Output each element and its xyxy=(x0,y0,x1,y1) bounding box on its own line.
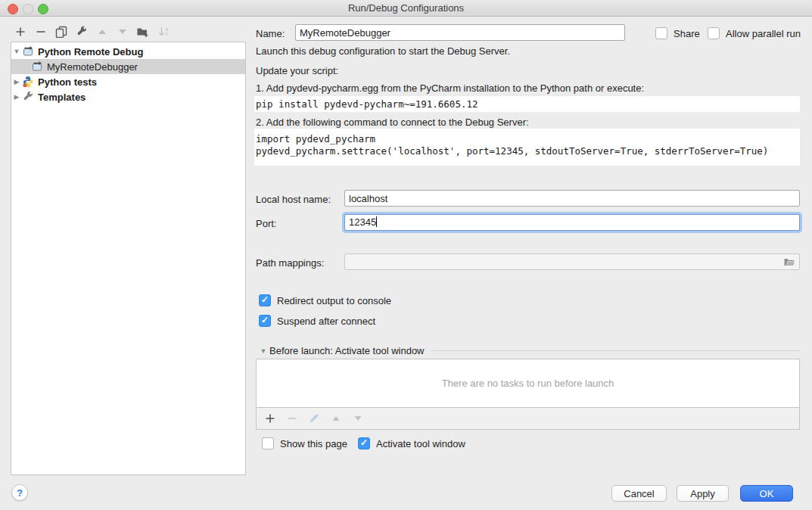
before-launch-section-header: ▼ Before launch: Activate tool window xyxy=(259,345,800,356)
suspend-after-connect-option[interactable]: Suspend after connect xyxy=(259,315,375,327)
minus-icon xyxy=(287,413,297,424)
allow-parallel-run-checkbox[interactable] xyxy=(708,27,720,39)
port-label: Port: xyxy=(256,218,276,229)
path-mappings-label: Path mappings: xyxy=(256,257,324,269)
share-label: Share xyxy=(674,28,700,39)
cancel-button[interactable]: Cancel xyxy=(611,485,667,502)
run-configuration-icon xyxy=(31,61,43,73)
show-this-page-checkbox[interactable] xyxy=(262,437,274,449)
tree-item-label: MyRemoteDebugger xyxy=(47,61,138,73)
share-option[interactable]: Share xyxy=(655,27,700,39)
triangle-up-icon xyxy=(97,26,107,37)
edit-templates-button[interactable] xyxy=(75,26,88,39)
add-configuration-button[interactable] xyxy=(14,26,26,39)
name-input[interactable] xyxy=(295,24,625,41)
before-launch-title: Before launch: Activate tool window xyxy=(269,345,425,356)
before-launch-tasks-panel: There are no tasks to run before launch xyxy=(256,359,800,430)
folder-plus-icon xyxy=(136,26,149,38)
local-host-name-input[interactable] xyxy=(344,190,800,207)
allow-parallel-run-label: Allow parallel run xyxy=(726,28,801,39)
pip-install-code: pip install pydevd-pycharm~=191.6605.12 xyxy=(254,96,800,112)
run-debug-configurations-dialog: Run/Debug Configurations xyxy=(0,0,812,510)
question-mark-icon: ? xyxy=(17,487,23,499)
chevron-down-icon[interactable]: ▼ xyxy=(11,48,22,55)
copy-icon xyxy=(55,26,67,38)
step1-text: 1. Add pydevd-pycharm.egg from the PyCha… xyxy=(256,82,644,94)
local-host-name-label: Local host name: xyxy=(256,194,331,205)
apply-button[interactable]: Apply xyxy=(677,485,729,502)
configurations-tree: ▼ Python Remote Debug MyRemoteDebugger ▶ xyxy=(11,42,246,475)
activate-tool-window-option[interactable]: Activate tool window xyxy=(358,437,465,449)
path-mappings-input[interactable] xyxy=(344,253,800,270)
port-input[interactable]: 12345 xyxy=(344,214,800,231)
empty-tasks-text: There are no tasks to run before launch xyxy=(257,359,799,407)
add-task-button[interactable] xyxy=(263,412,276,425)
chevron-right-icon[interactable]: ▶ xyxy=(11,93,22,101)
triangle-down-icon xyxy=(117,26,128,37)
show-this-page-label: Show this page xyxy=(280,438,347,449)
name-label: Name: xyxy=(256,28,285,39)
step2-text: 2. Add the following command to connect … xyxy=(256,117,529,128)
tree-item-python-tests[interactable]: ▶ Python tests xyxy=(11,74,245,89)
run-configuration-icon xyxy=(22,45,34,58)
new-folder-button[interactable] xyxy=(136,26,149,39)
text-cursor xyxy=(376,216,377,227)
redirect-output-checkbox[interactable] xyxy=(259,294,271,306)
remove-task-button[interactable] xyxy=(285,412,298,425)
help-button[interactable]: ? xyxy=(11,484,28,501)
suspend-after-connect-checkbox[interactable] xyxy=(259,315,271,327)
python-tests-icon xyxy=(22,76,34,88)
templates-wrench-icon xyxy=(22,91,34,103)
tree-item-label: Python Remote Debug xyxy=(38,46,143,58)
chevron-down-icon[interactable]: ▼ xyxy=(259,347,268,355)
ok-button[interactable]: OK xyxy=(740,485,793,502)
plus-icon xyxy=(14,26,26,38)
sort-configurations-button[interactable]: a z xyxy=(157,26,170,39)
move-task-down-button[interactable] xyxy=(351,412,364,425)
tree-item-label: Templates xyxy=(38,92,86,103)
intro-text: Launch this debug configuration to start… xyxy=(256,45,510,57)
activate-tool-window-label: Activate tool window xyxy=(376,438,465,449)
move-down-button[interactable] xyxy=(116,26,129,39)
triangle-up-icon xyxy=(331,414,341,423)
pencil-icon xyxy=(309,413,319,424)
triangle-down-icon xyxy=(353,414,362,423)
section-divider xyxy=(431,350,800,351)
plus-icon xyxy=(265,413,275,424)
edit-task-button[interactable] xyxy=(307,412,320,425)
tree-item-myremotedebugger[interactable]: MyRemoteDebugger xyxy=(11,59,245,74)
tree-item-python-remote-debug[interactable]: ▼ Python Remote Debug xyxy=(11,44,245,59)
minus-icon xyxy=(35,26,47,38)
tasks-toolbar xyxy=(257,407,799,429)
allow-parallel-run-option[interactable]: Allow parallel run xyxy=(708,27,801,39)
show-this-page-option[interactable]: Show this page xyxy=(262,437,347,449)
window-title: Run/Debug Configurations xyxy=(0,2,812,14)
remove-configuration-button[interactable] xyxy=(34,26,47,39)
chevron-right-icon[interactable]: ▶ xyxy=(11,78,22,86)
redirect-output-label: Redirect output to console xyxy=(277,295,391,306)
suspend-after-connect-label: Suspend after connect xyxy=(277,316,375,327)
move-task-up-button[interactable] xyxy=(329,412,342,425)
tree-item-label: Python tests xyxy=(38,76,97,88)
title-bar: Run/Debug Configurations xyxy=(0,0,812,17)
tree-item-templates[interactable]: ▶ Templates xyxy=(11,89,245,104)
move-up-button[interactable] xyxy=(95,26,108,39)
redirect-output-option[interactable]: Redirect output to console xyxy=(259,294,391,306)
open-folder-icon[interactable] xyxy=(783,257,795,268)
settrace-code: import pydevd_pycharm pydevd_pycharm.set… xyxy=(254,129,800,166)
activate-tool-window-checkbox[interactable] xyxy=(358,437,370,449)
update-script-text: Update your script: xyxy=(256,65,338,76)
share-checkbox[interactable] xyxy=(655,27,667,39)
copy-configuration-button[interactable] xyxy=(54,26,67,39)
wrench-icon xyxy=(76,26,88,38)
arrow-down-icon xyxy=(158,26,165,37)
configurations-toolbar: a z xyxy=(14,23,170,40)
